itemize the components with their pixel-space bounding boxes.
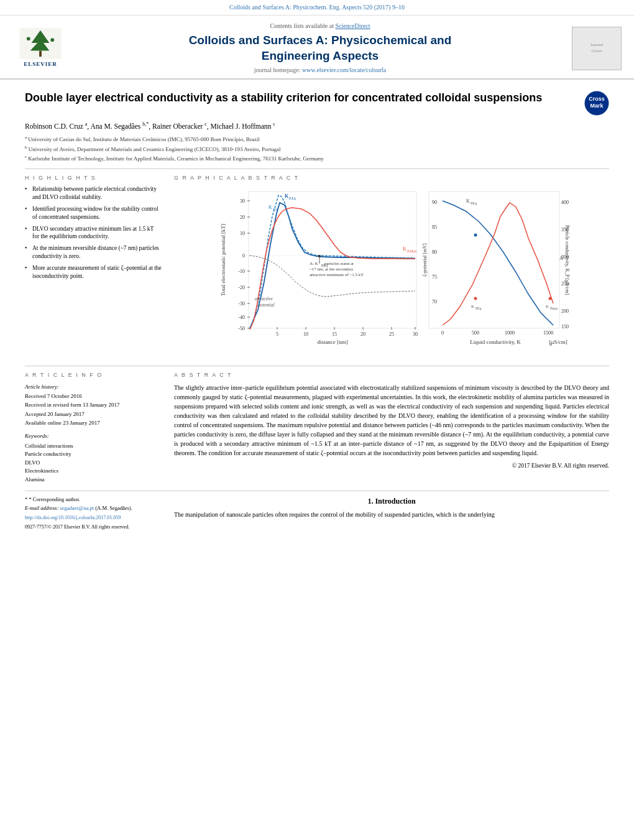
keywords-section: Keywords: Colloidal interactions Particl… [25, 432, 162, 484]
svg-text:K: K [285, 193, 289, 199]
highlight-2: Identified processing window for the sta… [25, 205, 162, 221]
page-container: Colloids and Surfaces A: Physicochem. En… [0, 0, 634, 840]
svg-text:400: 400 [561, 200, 569, 205]
highlight-1: Relationship between particle electrical… [25, 185, 162, 201]
highlights-list: Relationship between particle electrical… [25, 185, 162, 280]
affiliations: a University of Caxias do Sul, Instituto… [25, 134, 609, 164]
keyword-2: Particle conductivity [25, 450, 162, 458]
svg-text:Mark: Mark [590, 103, 604, 109]
keywords-list: Colloidal interactions Particle conducti… [25, 442, 162, 484]
chart-svg: Total electrostatic potential [kT] 30 20… [174, 185, 609, 359]
keyword-3: DLVO [25, 459, 162, 467]
divider-2 [25, 366, 609, 366]
issn-notice: 0927-7757/© 2017 Elsevier B.V. All right… [25, 524, 162, 530]
divider-1 [25, 168, 609, 169]
crossmark-badge: Cross Mark [584, 91, 609, 116]
keyword-5: Alumina [25, 476, 162, 484]
doi-link: http://dx.doi.org/10.1016/j.colsurfa.201… [25, 514, 162, 522]
svg-text:P,Eq: P,Eq [289, 196, 296, 200]
svg-rect-9 [249, 192, 416, 328]
graphical-abstract-label: G R A P H I C A L A B S T R A C T [174, 174, 609, 182]
svg-text:-40: -40 [238, 315, 245, 320]
svg-text:30: 30 [413, 331, 418, 337]
svg-text:Pmax: Pmax [550, 307, 558, 310]
received-date: Received 7 October 2016 [25, 392, 162, 400]
article-title-section: Double layer electrical conductivity as … [25, 86, 609, 116]
journal-citation: Colloids and Surfaces A: Physicochem. En… [229, 4, 405, 11]
svg-text:K: K [471, 304, 474, 309]
graphical-abstract-section: G R A P H I C A L A B S T R A C T Total … [174, 174, 609, 360]
author-email-link[interactable]: segadaes@ua.pt [60, 505, 94, 511]
elsevier-tree-icon [19, 28, 62, 59]
article-content: Double layer electrical conductivity as … [0, 80, 634, 538]
svg-text:potential: potential [257, 302, 275, 308]
article-info-label: A R T I C L E I N F O [25, 371, 162, 379]
sciencedirect-link[interactable]: ScienceDirect [335, 22, 370, 29]
svg-text:500: 500 [472, 330, 479, 336]
svg-text:30: 30 [240, 198, 245, 204]
journal-homepage: journal homepage: www.elsevier.com/locat… [78, 66, 563, 75]
bottom-section: * * Corresponding author. E-mail address… [25, 491, 609, 533]
svg-text:-20: -20 [238, 285, 245, 290]
elsevier-logo: ELSEVIER [12, 27, 68, 70]
svg-text:1500: 1500 [543, 330, 553, 336]
doi-anchor[interactable]: http://dx.doi.org/10.1016/j.colsurfa.201… [25, 515, 121, 520]
svg-text:Total electrostatic potential : Total electrostatic potential [kT] [220, 224, 226, 296]
svg-text:0: 0 [242, 253, 245, 259]
svg-text:attractive minimum of ~1.5 kT: attractive minimum of ~1.5 kT [310, 272, 364, 277]
svg-text:70: 70 [432, 299, 437, 305]
article-info-section: A R T I C L E I N F O Article history: R… [25, 371, 162, 484]
footnote-section: * * Corresponding author. E-mail address… [25, 496, 162, 533]
highlight-3: DLVO secondary attractive minimum lies a… [25, 225, 162, 241]
crossmark-icon: Cross Mark [584, 91, 609, 116]
svg-point-82 [549, 297, 552, 300]
svg-text:Cross: Cross [589, 96, 605, 102]
abstract-text: The slightly attractive inter–particle e… [174, 383, 609, 470]
affiliation-c: Karlsruhe Institute of Technology, Insti… [28, 155, 324, 162]
svg-text:-30: -30 [238, 301, 245, 307]
contents-available-text: Contents lists available at [270, 22, 333, 29]
abstract-section: A B S T R A C T The slightly attractive … [174, 371, 609, 484]
svg-text:20: 20 [361, 331, 365, 337]
svg-text:200: 200 [561, 308, 569, 314]
email-note: E-mail address: segadaes@ua.pt (A.M. Seg… [25, 505, 162, 512]
svg-text:90: 90 [432, 200, 437, 205]
svg-point-81 [474, 297, 477, 300]
available-date: Available online 23 January 2017 [25, 419, 162, 427]
svg-text:K: K [269, 205, 272, 210]
journal-homepage-link[interactable]: www.elsevier.com/locate/colsurfa [302, 67, 386, 73]
journal-title: Colloids and Surfaces A: Physicochemical… [78, 33, 563, 63]
svg-rect-1 [39, 51, 42, 57]
corresponding-author-note: * * Corresponding author. [25, 496, 162, 504]
svg-text:attractive: attractive [255, 296, 273, 302]
svg-text:75: 75 [432, 274, 437, 280]
elsevier-text: ELSEVIER [24, 60, 57, 68]
svg-text:10: 10 [303, 331, 308, 337]
highlights-section: H I G H L I G H T S Relationship between… [25, 174, 162, 360]
svg-text:Liquid conductivity, K: Liquid conductivity, K [470, 339, 521, 345]
abstract-body: The slightly attractive inter–particle e… [174, 383, 609, 458]
svg-text:ζ-potential [mV]: ζ-potential [mV] [422, 243, 428, 277]
authors-line: Robinson C.D. Cruz a, Ana M. Segadães b,… [25, 121, 609, 131]
svg-text:[µS/cm]: [µS/cm] [549, 339, 567, 345]
svg-text:distance [nm]: distance [nm] [317, 339, 347, 345]
svg-text:5: 5 [276, 331, 278, 337]
svg-text:0: 0 [441, 330, 444, 336]
article-title: Double layer electrical conductivity as … [25, 91, 575, 105]
svg-text:10: 10 [240, 231, 245, 236]
history-label: Article history: [25, 383, 162, 391]
highlights-label: H I G H L I G H T S [25, 174, 162, 182]
affiliation-a: University of Caxias do Sul, Instituto d… [28, 136, 259, 142]
svg-text:K: K [546, 304, 549, 309]
svg-text:PEq: PEq [476, 307, 481, 310]
svg-text:85: 85 [432, 224, 437, 230]
keyword-4: Electrokinetics [25, 467, 162, 475]
svg-text:P,Max: P,Max [407, 249, 416, 253]
highlight-5: More accurate measurement of static ζ–po… [25, 264, 162, 280]
journal-cover-image: JournalCover [572, 27, 622, 70]
abstract-label: A B S T R A C T [174, 371, 609, 379]
accepted-date: Accepted 20 January 2017 [25, 410, 162, 418]
svg-text:-50: -50 [238, 326, 245, 331]
svg-text:1000: 1000 [505, 330, 515, 336]
svg-text:150: 150 [561, 324, 569, 330]
